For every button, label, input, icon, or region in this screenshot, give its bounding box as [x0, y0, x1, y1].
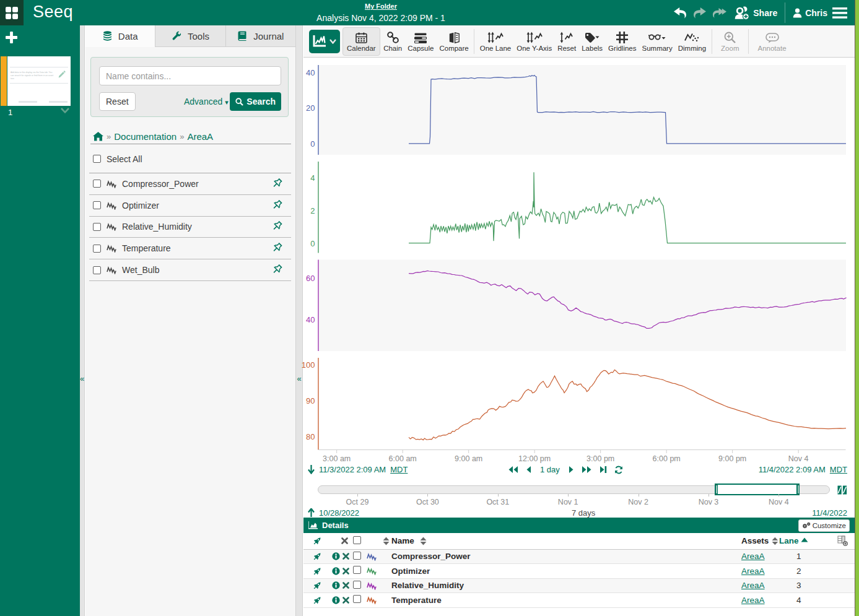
customize-button[interactable]: Customize [798, 519, 850, 532]
remove-icon[interactable] [342, 582, 349, 589]
rocket-icon[interactable] [313, 552, 321, 560]
rocket-icon[interactable] [313, 567, 321, 575]
range-full-arrow-icon[interactable] [308, 508, 315, 518]
row-name[interactable]: Optimizer [391, 564, 741, 579]
seeq-logo[interactable]: Seeq [33, 2, 73, 22]
timebar-handle-left[interactable] [715, 484, 718, 495]
signal-name[interactable]: Compressor_Power [122, 179, 272, 189]
range-end-datetime[interactable]: 11/4/2022 2:09 AM [759, 465, 826, 474]
remove-all-icon[interactable] [341, 537, 348, 544]
pin-icon[interactable] [272, 221, 283, 232]
breadcrumb-areaa[interactable]: AreaA [187, 131, 213, 142]
row-name[interactable]: Relative_Humidity [391, 578, 741, 593]
toolbar-chain-button[interactable]: Chain [382, 27, 404, 56]
details-row[interactable]: Compressor_Power AreaA 1 [303, 549, 855, 564]
step-forward-much-button[interactable] [582, 466, 592, 474]
signal-list-item[interactable]: Compressor_Power [89, 173, 291, 195]
hamburger-menu-button[interactable] [832, 6, 847, 20]
row-asset-link[interactable]: AreaA [741, 596, 765, 605]
signal-checkbox[interactable] [93, 201, 101, 209]
worksheet-thumbnail[interactable]: Add data to this display via the Data ta… [1, 56, 73, 106]
panel-collapse-gutter-left[interactable]: « [80, 25, 85, 616]
sort-lane-asc-icon[interactable] [801, 537, 808, 542]
timebar-end-date[interactable]: 11/4/2022 [812, 508, 847, 518]
pin-icon[interactable] [272, 178, 283, 189]
signal-checkbox[interactable] [93, 266, 101, 274]
column-lane-header[interactable]: Lane [779, 536, 799, 545]
reset-button[interactable]: Reset [99, 92, 136, 111]
tab-data[interactable]: Data [85, 25, 155, 46]
remove-icon[interactable] [342, 597, 349, 604]
timebar-selection[interactable] [715, 484, 799, 495]
toolbar-labels-button[interactable]: Labels [580, 27, 605, 56]
home-icon[interactable] [93, 132, 103, 141]
step-back-button[interactable] [526, 466, 531, 474]
user-menu[interactable]: Chris [793, 8, 827, 18]
step-back-much-button[interactable] [508, 466, 518, 474]
row-checkbox[interactable] [353, 552, 361, 560]
app-switcher-button[interactable] [0, 0, 24, 25]
row-name[interactable]: Compressor_Power [391, 549, 741, 564]
range-duration[interactable]: 1 day [540, 465, 560, 474]
info-icon[interactable] [332, 596, 340, 604]
toolbar-onelane-button[interactable]: One Lane [477, 27, 513, 56]
signal-checkbox[interactable] [93, 223, 101, 231]
details-row[interactable]: Temperature AreaA 4 [303, 593, 855, 608]
view-mode-dropdown[interactable] [309, 30, 340, 53]
signal-name[interactable]: Wet_Bulb [122, 265, 272, 275]
redo-all-button[interactable] [712, 6, 727, 20]
trend-chart[interactable]: 02040024406080901003:00 am6:00 am9:00 am… [299, 58, 855, 492]
series-Optimizer[interactable] [409, 172, 846, 243]
row-checkbox[interactable] [353, 566, 361, 574]
sort-name-icon[interactable] [419, 537, 427, 545]
timebar-resize-icon[interactable] [837, 485, 847, 495]
info-icon[interactable] [332, 567, 340, 575]
remove-icon[interactable] [342, 553, 349, 560]
signal-checkbox[interactable] [93, 245, 101, 253]
row-checkbox[interactable] [353, 595, 361, 603]
undo-button[interactable] [673, 6, 687, 20]
toolbar-capsule-button[interactable]: Capsule [406, 27, 436, 56]
pin-icon[interactable] [272, 243, 283, 254]
range-end-tz[interactable]: MDT [830, 465, 847, 474]
toolbar-calendar-button[interactable]: Calendar [342, 27, 380, 56]
worksheet-chevron-down-icon[interactable] [61, 108, 69, 113]
column-name-header[interactable]: Name [391, 536, 414, 545]
tab-tools[interactable]: Tools [155, 25, 225, 46]
row-asset-link[interactable]: AreaA [741, 552, 765, 561]
advanced-toggle[interactable]: Advanced ▾ [184, 97, 229, 106]
details-row[interactable]: Optimizer AreaA 2 [303, 564, 855, 579]
remove-icon[interactable] [342, 568, 349, 575]
row-checkbox[interactable] [353, 581, 361, 589]
toolbar-oneyaxis-button[interactable]: One Y-Axis [515, 27, 554, 56]
rocket-icon[interactable] [313, 596, 321, 604]
breadcrumb-documentation[interactable]: Documentation [114, 131, 177, 142]
signal-name[interactable]: Relative_Humidity [122, 222, 272, 232]
toolbar-annotate-button[interactable]: Annotate [756, 27, 788, 56]
timebar-start-date[interactable]: 10/28/2022 [319, 508, 359, 518]
rocket-icon[interactable] [313, 581, 321, 589]
details-select-all-checkbox[interactable] [353, 536, 361, 544]
sort-type-icon[interactable] [382, 537, 390, 545]
toolbar-reset-button[interactable]: Reset [556, 27, 578, 56]
sort-assets-icon[interactable] [771, 537, 779, 545]
share-button[interactable]: Share [735, 6, 777, 20]
range-start-datetime[interactable]: 11/3/2022 2:09 AM [319, 465, 386, 474]
step-forward-button[interactable] [569, 466, 574, 474]
step-to-end-button[interactable] [600, 466, 607, 474]
details-row[interactable]: Relative_Humidity AreaA 3 [303, 578, 855, 593]
signal-name[interactable]: Optimizer [122, 201, 272, 210]
row-asset-link[interactable]: AreaA [741, 566, 765, 576]
toolbar-dimming-button[interactable]: Dimming [676, 27, 708, 56]
column-assets-header[interactable]: Assets [741, 536, 769, 545]
tab-journal[interactable]: Journal [226, 25, 295, 46]
search-input[interactable] [99, 66, 281, 85]
timebar-handle-right[interactable] [796, 484, 800, 495]
info-icon[interactable] [332, 581, 340, 589]
range-start-arrow-icon[interactable] [308, 465, 315, 474]
refresh-button[interactable] [614, 466, 623, 474]
signal-name[interactable]: Temperature [122, 243, 272, 253]
my-folder-link[interactable]: My Folder [365, 2, 397, 10]
select-all-checkbox[interactable] [93, 155, 101, 163]
signal-list-item[interactable]: Optimizer [89, 195, 291, 217]
